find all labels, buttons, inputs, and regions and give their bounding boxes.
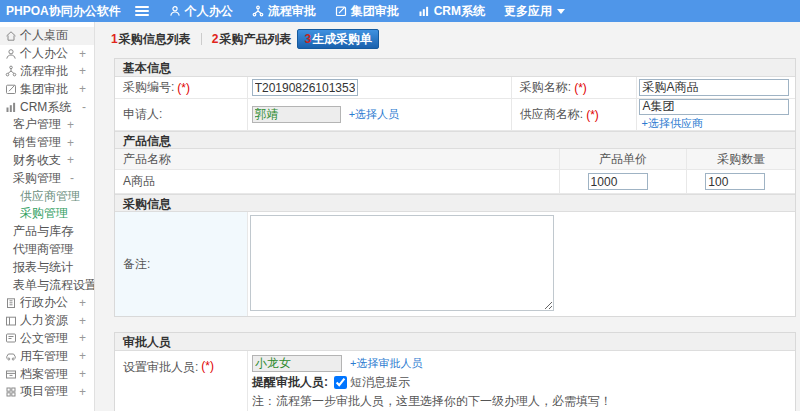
tab-purchase-product-list[interactable]: 2 采购产品列表 [206,30,298,48]
tab-purchase-info-list[interactable]: 1 采购信息列表 [105,30,197,48]
select-person-link[interactable]: +选择人员 [349,107,399,122]
basic-row-1: 采购编号: (*) 采购名称: (*) [115,77,795,99]
select-supplier-link[interactable]: +选择供应商 [641,116,702,131]
purchase-qty-cell [686,170,795,193]
purchase-no-label: 采购编号: (*) [115,77,247,98]
expand-plus-icon[interactable]: + [67,225,74,239]
collapse-minus-icon[interactable]: - [82,100,86,114]
topnav-workflow-approval[interactable]: 流程审批 [252,3,316,20]
expand-plus-icon[interactable]: + [79,331,86,345]
topnav-personal-office[interactable]: 个人办公 [169,3,233,20]
applicant-input[interactable] [252,106,341,123]
sidebar-item-label: 采购管理 [13,170,61,187]
remark-row: 备注: [115,212,795,316]
topnav-more-apps[interactable]: 更多应用 [504,3,565,20]
edit-icon [5,83,17,95]
expand-plus-icon[interactable]: + [79,64,86,78]
sidebar-item-archive-mgmt[interactable]: 档案管理 + [0,365,94,383]
expand-plus-icon[interactable]: + [67,118,74,132]
required-marker: (*) [574,81,587,95]
chart-icon [5,101,17,113]
sidebar-item-product-inventory[interactable]: 产品与库存 + [0,223,94,241]
sidebar-item-customer-mgmt[interactable]: 客户管理 + [0,116,94,134]
supplier-input[interactable] [639,99,789,115]
label-text: 设置审批人员: [123,359,198,376]
label-text: 申请人: [123,106,162,123]
expand-plus-icon[interactable]: + [79,82,86,96]
approver-input[interactable] [252,355,342,372]
set-approver-label: 设置审批人员: (*) [115,351,247,411]
sidebar-item-agent-mgmt[interactable]: 代理商管理 + [0,241,94,259]
expand-plus-icon[interactable]: + [67,136,74,150]
sidebar-item-vehicle-mgmt[interactable]: 用车管理 + [0,347,94,365]
sidebar-item-purchase-mgmt-active[interactable]: 采购管理 [0,205,94,223]
sidebar-item-reports-stats[interactable]: 报表与统计 [0,258,94,276]
caret-down-icon [557,9,565,14]
user-icon [169,5,181,17]
sidebar-item-finance[interactable]: 财务收支 + [0,152,94,170]
form-upper-block: 基本信息 采购编号: (*) 采购名称: (*) [114,58,796,317]
sidebar-item-document-mgmt[interactable]: 公文管理 + [0,330,94,348]
remind-approver-label: 提醒审批人员: [252,374,328,391]
sidebar-item-crm-system[interactable]: CRM系统 - [0,98,94,116]
topnav-group-approval[interactable]: 集团审批 [335,3,399,20]
sidebar-item-label: 报表与统计 [13,259,73,276]
expand-plus-icon[interactable]: + [67,153,74,167]
topnav-label: CRM系统 [434,3,485,20]
approver-row: 设置审批人员: (*) +选择审批人员 提醒审批人员: 短消息提示 [115,351,795,411]
sidebar-item-desktop[interactable]: 个人桌面 [0,27,94,45]
hamburger-icon[interactable] [135,6,149,16]
purchase-qty-input[interactable] [705,173,765,190]
tab-number: 1 [111,32,118,46]
sidebar-item-admin-office[interactable]: 行政办公 + [0,294,94,312]
expand-plus-icon[interactable]: + [79,47,86,61]
sidebar-item-label: 产品与库存 [13,223,73,240]
section-title-product-info: 产品信息 [115,131,795,149]
purchase-no-input[interactable] [252,79,358,96]
sidebar-item-sales-mgmt[interactable]: 销售管理 + [0,134,94,152]
tab-number: 3 [304,32,311,46]
user-icon [5,48,17,60]
car-icon [5,350,17,362]
label-text: 供应商名称: [520,106,583,123]
flow-icon [252,5,264,17]
expand-plus-icon[interactable]: + [79,349,86,363]
col-product-name: 产品名称 [115,149,559,169]
sidebar-item-procurement-mgmt[interactable]: 采购管理 - [0,169,94,187]
expand-plus-icon[interactable]: + [79,385,86,399]
expand-plus-icon[interactable]: + [79,314,86,328]
sidebar-item-form-flow-settings[interactable]: 表单与流程设置 + [0,276,94,294]
sidebar-item-label: 用车管理 [20,348,68,365]
sidebar-item-label: 个人桌面 [20,27,68,44]
product-price-input[interactable] [588,173,648,190]
sidebar-item-supplier-mgmt[interactable]: 供应商管理 [0,187,94,205]
sidebar-item-workflow-approval[interactable]: 流程审批 + [0,63,94,81]
expand-plus-icon[interactable]: + [79,296,86,310]
purchase-name-label: 采购名称: (*) [511,77,637,98]
sidebar-item-group-approval[interactable]: 集团审批 + [0,80,94,98]
label-text: 采购名称: [520,79,571,96]
sidebar-item-personal-office[interactable]: 个人办公 + [0,45,94,63]
building-icon [5,297,17,309]
expand-plus-icon[interactable]: + [79,367,86,381]
remark-textarea[interactable] [250,215,554,311]
collapse-minus-icon[interactable]: - [70,171,74,185]
sidebar-item-project-mgmt[interactable]: 项目管理 + [0,383,94,401]
product-table-header: 产品名称 产品单价 采购数量 [115,149,795,170]
sms-remind-checkbox[interactable] [334,376,347,389]
expand-plus-icon[interactable]: + [67,242,74,256]
home-icon [5,30,17,42]
remind-line: 提醒审批人员: 短消息提示 [252,374,795,391]
select-approver-link[interactable]: +选择审批人员 [350,356,422,371]
topnav: 个人办公 流程审批 集团审批 CRM系统 更多应用 [169,3,584,20]
sidebar-item-hr[interactable]: 人力资源 + [0,312,94,330]
step-tabs: 1 采购信息列表 2 采购产品列表 3 生成采购单 [105,29,379,49]
purchase-order-form: 基本信息 采购编号: (*) 采购名称: (*) [114,58,796,411]
sidebar-item-label: 行政办公 [20,294,68,311]
topnav-crm-system[interactable]: CRM系统 [418,3,485,20]
supplier-label: 供应商名称: (*) [511,99,637,130]
col-purchase-qty: 采购数量 [686,149,795,169]
tab-generate-purchase-order[interactable]: 3 生成采购单 [297,29,379,49]
purchase-name-input[interactable] [639,79,789,96]
sidebar-item-label: 公文管理 [20,330,68,347]
